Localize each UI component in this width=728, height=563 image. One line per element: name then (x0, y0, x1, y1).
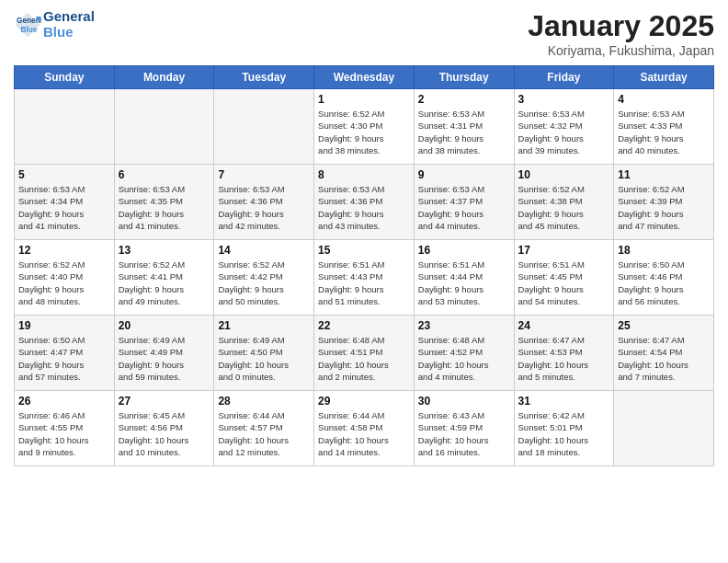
day-number: 24 (518, 319, 610, 332)
calendar-cell: 22Sunrise: 6:48 AM Sunset: 4:51 PM Dayli… (314, 316, 415, 391)
day-info: Sunrise: 6:50 AM Sunset: 4:47 PM Dayligh… (18, 334, 110, 383)
day-number: 7 (218, 168, 310, 181)
day-number: 18 (618, 244, 710, 257)
weekday-header-sunday: Sunday (15, 66, 115, 89)
calendar-week-2: 5Sunrise: 6:53 AM Sunset: 4:34 PM Daylig… (15, 165, 714, 240)
calendar-cell: 31Sunrise: 6:42 AM Sunset: 5:01 PM Dayli… (514, 391, 614, 466)
day-number: 26 (18, 395, 110, 408)
calendar-cell: 27Sunrise: 6:45 AM Sunset: 4:56 PM Dayli… (114, 391, 214, 466)
day-number: 28 (218, 395, 310, 408)
calendar-cell: 14Sunrise: 6:52 AM Sunset: 4:42 PM Dayli… (214, 240, 314, 316)
calendar-cell: 20Sunrise: 6:49 AM Sunset: 4:49 PM Dayli… (114, 316, 214, 391)
calendar-cell (614, 391, 714, 466)
weekday-header-friday: Friday (514, 66, 614, 89)
day-info: Sunrise: 6:53 AM Sunset: 4:35 PM Dayligh… (119, 183, 210, 232)
calendar-cell: 16Sunrise: 6:51 AM Sunset: 4:44 PM Dayli… (414, 240, 514, 316)
weekday-header-wednesday: Wednesday (314, 66, 415, 89)
day-info: Sunrise: 6:53 AM Sunset: 4:33 PM Dayligh… (618, 108, 710, 156)
month-title: January 2025 (528, 9, 714, 43)
day-info: Sunrise: 6:53 AM Sunset: 4:37 PM Dayligh… (418, 183, 510, 232)
calendar-cell: 23Sunrise: 6:48 AM Sunset: 4:52 PM Dayli… (414, 316, 514, 391)
weekday-header-thursday: Thursday (414, 66, 514, 89)
day-info: Sunrise: 6:49 AM Sunset: 4:49 PM Dayligh… (119, 334, 210, 383)
day-info: Sunrise: 6:43 AM Sunset: 4:59 PM Dayligh… (418, 409, 510, 458)
calendar-cell: 4Sunrise: 6:53 AM Sunset: 4:33 PM Daylig… (614, 89, 714, 165)
weekday-header-tuesday: Tuesday (214, 66, 314, 89)
day-info: Sunrise: 6:52 AM Sunset: 4:42 PM Dayligh… (218, 259, 310, 307)
weekday-header-monday: Monday (114, 66, 214, 89)
calendar-cell: 26Sunrise: 6:46 AM Sunset: 4:55 PM Dayli… (15, 391, 115, 466)
calendar-cell: 25Sunrise: 6:47 AM Sunset: 4:54 PM Dayli… (614, 316, 714, 391)
day-info: Sunrise: 6:44 AM Sunset: 4:57 PM Dayligh… (218, 409, 310, 458)
day-number: 22 (318, 319, 410, 332)
calendar-cell: 10Sunrise: 6:52 AM Sunset: 4:38 PM Dayli… (514, 165, 614, 240)
day-number: 1 (318, 93, 410, 106)
day-info: Sunrise: 6:42 AM Sunset: 5:01 PM Dayligh… (518, 409, 610, 458)
day-info: Sunrise: 6:52 AM Sunset: 4:40 PM Dayligh… (18, 259, 110, 307)
day-number: 31 (518, 395, 610, 408)
calendar-cell (114, 89, 214, 165)
day-info: Sunrise: 6:50 AM Sunset: 4:46 PM Dayligh… (618, 259, 710, 307)
day-info: Sunrise: 6:52 AM Sunset: 4:30 PM Dayligh… (318, 108, 410, 156)
day-info: Sunrise: 6:46 AM Sunset: 4:55 PM Dayligh… (18, 409, 110, 458)
day-number: 19 (18, 319, 110, 332)
calendar-cell: 30Sunrise: 6:43 AM Sunset: 4:59 PM Dayli… (414, 391, 514, 466)
day-number: 16 (418, 244, 510, 257)
day-number: 20 (119, 319, 210, 332)
day-number: 21 (218, 319, 310, 332)
calendar-cell: 18Sunrise: 6:50 AM Sunset: 4:46 PM Dayli… (614, 240, 714, 316)
day-number: 4 (618, 93, 710, 106)
weekday-header-saturday: Saturday (614, 66, 714, 89)
logo: General Blue General Blue (14, 9, 95, 40)
day-info: Sunrise: 6:53 AM Sunset: 4:31 PM Dayligh… (418, 108, 510, 156)
calendar-week-4: 19Sunrise: 6:50 AM Sunset: 4:47 PM Dayli… (15, 316, 714, 391)
day-number: 9 (418, 168, 510, 181)
day-info: Sunrise: 6:44 AM Sunset: 4:58 PM Dayligh… (318, 409, 410, 458)
calendar-cell (214, 89, 314, 165)
day-number: 30 (418, 395, 510, 408)
day-info: Sunrise: 6:52 AM Sunset: 4:38 PM Dayligh… (518, 183, 610, 232)
calendar-cell: 21Sunrise: 6:49 AM Sunset: 4:50 PM Dayli… (214, 316, 314, 391)
calendar-cell: 8Sunrise: 6:53 AM Sunset: 4:36 PM Daylig… (314, 165, 415, 240)
day-info: Sunrise: 6:53 AM Sunset: 4:34 PM Dayligh… (18, 183, 110, 232)
calendar-cell: 24Sunrise: 6:47 AM Sunset: 4:53 PM Dayli… (514, 316, 614, 391)
day-info: Sunrise: 6:45 AM Sunset: 4:56 PM Dayligh… (119, 409, 210, 458)
day-info: Sunrise: 6:51 AM Sunset: 4:45 PM Dayligh… (518, 259, 610, 307)
day-number: 12 (18, 244, 110, 257)
day-info: Sunrise: 6:52 AM Sunset: 4:41 PM Dayligh… (119, 259, 210, 307)
logo-text-line1: General (43, 9, 95, 25)
day-number: 17 (518, 244, 610, 257)
calendar-cell (15, 89, 115, 165)
calendar-cell: 17Sunrise: 6:51 AM Sunset: 4:45 PM Dayli… (514, 240, 614, 316)
calendar-cell: 28Sunrise: 6:44 AM Sunset: 4:57 PM Dayli… (214, 391, 314, 466)
day-info: Sunrise: 6:48 AM Sunset: 4:52 PM Dayligh… (418, 334, 510, 383)
calendar-cell: 6Sunrise: 6:53 AM Sunset: 4:35 PM Daylig… (114, 165, 214, 240)
day-number: 14 (218, 244, 310, 257)
day-info: Sunrise: 6:53 AM Sunset: 4:36 PM Dayligh… (318, 183, 410, 232)
day-number: 5 (18, 168, 110, 181)
day-number: 11 (618, 168, 710, 181)
day-info: Sunrise: 6:51 AM Sunset: 4:43 PM Dayligh… (318, 259, 410, 307)
location-subtitle: Koriyama, Fukushima, Japan (528, 43, 714, 58)
page-header: General Blue General Blue January 2025 K… (14, 9, 714, 58)
day-number: 3 (518, 93, 610, 106)
day-info: Sunrise: 6:47 AM Sunset: 4:53 PM Dayligh… (518, 334, 610, 383)
day-number: 2 (418, 93, 510, 106)
calendar-cell: 3Sunrise: 6:53 AM Sunset: 4:32 PM Daylig… (514, 89, 614, 165)
logo-text-line2: Blue (43, 25, 95, 40)
calendar-cell: 12Sunrise: 6:52 AM Sunset: 4:40 PM Dayli… (15, 240, 115, 316)
day-number: 13 (119, 244, 210, 257)
day-number: 25 (618, 319, 710, 332)
day-info: Sunrise: 6:49 AM Sunset: 4:50 PM Dayligh… (218, 334, 310, 383)
day-number: 27 (119, 395, 210, 408)
calendar-cell: 1Sunrise: 6:52 AM Sunset: 4:30 PM Daylig… (314, 89, 415, 165)
page-container: General Blue General Blue January 2025 K… (0, 0, 728, 471)
calendar-cell: 15Sunrise: 6:51 AM Sunset: 4:43 PM Dayli… (314, 240, 415, 316)
day-number: 6 (119, 168, 210, 181)
day-number: 29 (318, 395, 410, 408)
svg-text:Blue: Blue (21, 25, 38, 33)
calendar-cell: 11Sunrise: 6:52 AM Sunset: 4:39 PM Dayli… (614, 165, 714, 240)
calendar-week-3: 12Sunrise: 6:52 AM Sunset: 4:40 PM Dayli… (15, 240, 714, 316)
calendar-cell: 29Sunrise: 6:44 AM Sunset: 4:58 PM Dayli… (314, 391, 415, 466)
calendar-cell: 7Sunrise: 6:53 AM Sunset: 4:36 PM Daylig… (214, 165, 314, 240)
